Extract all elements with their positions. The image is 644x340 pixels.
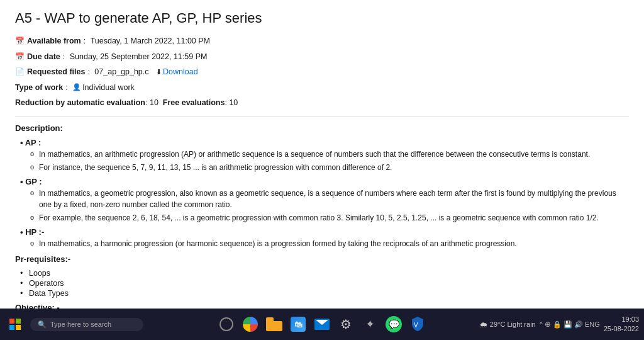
- due-icon: 📅: [15, 50, 25, 64]
- objective-section: Objective: -: [15, 303, 629, 309]
- due-label: Due date: [27, 50, 60, 64]
- lock-icon: 🔒: [553, 320, 562, 329]
- file-icon: 📄: [15, 65, 25, 79]
- objective-title: Objective: -: [15, 303, 629, 309]
- gp-label: • GP :: [20, 177, 629, 186]
- calendar-icon: 📅: [15, 35, 25, 48]
- mail-icon[interactable]: [312, 314, 332, 334]
- main-content: A5 - WAP to generate AP, GP, HP series 📅…: [0, 0, 644, 309]
- due-row: 📅 Due date: Sunday, 25 September 2022, 1…: [15, 50, 629, 64]
- start-button[interactable]: [5, 314, 25, 334]
- drive-icon: 💾: [564, 320, 572, 329]
- clock[interactable]: 19:03 25-08-2022: [604, 315, 639, 334]
- prereq-item-1: Loops: [20, 269, 629, 278]
- available-row: 📅 Available from: Tuesday, 1 March 2022,…: [15, 34, 629, 48]
- reduction-value: 10: [150, 98, 158, 107]
- due-value: Sunday, 25 September 2022, 11:59 PM: [70, 50, 208, 64]
- free-eval-value: 10: [229, 98, 238, 107]
- free-eval-label: Free evaluations: [163, 98, 225, 107]
- whatsapp-icon[interactable]: 💬: [384, 314, 404, 334]
- gp-item-1: In mathematics, a geometric progression,…: [30, 188, 629, 210]
- spark-icon[interactable]: ✦: [360, 314, 380, 334]
- gp-item-2: For example, the sequence 2, 6, 18, 54, …: [30, 212, 629, 224]
- requested-label: Requested files: [27, 65, 85, 79]
- search-input-text: Type here to search: [50, 320, 111, 328]
- prereq-section: Pr-requisites:- Loops Operators Data Typ…: [15, 254, 629, 298]
- type-row: Type of work: 👤 Individual work: [15, 81, 629, 95]
- taskview-button[interactable]: [216, 314, 236, 334]
- volume-icon: 🔊: [574, 320, 583, 329]
- caret-icon: ^: [540, 320, 543, 328]
- reduction-row: Reduction by automatic evaluation: 10 Fr…: [15, 96, 629, 110]
- svg-rect-1: [16, 319, 21, 324]
- reduction-label: Reduction by automatic evaluation: [15, 98, 145, 107]
- browser-icon[interactable]: [240, 314, 260, 334]
- svg-rect-3: [16, 325, 21, 330]
- hp-item-1: In mathematics, a harmonic progression (…: [30, 238, 629, 249]
- search-icon: 🔍: [38, 320, 47, 329]
- requested-row: 📄 Requested files: 07_ap_gp_hp.c ⬇ Downl…: [15, 65, 629, 79]
- ap-section: • AP : In mathematics, an arithmetic pro…: [20, 138, 629, 173]
- person-icon: 👤: [72, 81, 81, 94]
- requested-file: 07_ap_gp_hp.c: [94, 65, 148, 79]
- download-icon: ⬇: [156, 66, 162, 79]
- taskbar-center-icons: 🛍 ⚙ ✦ 💬 V: [216, 314, 428, 334]
- gp-list: In mathematics, a geometric progression,…: [30, 188, 629, 224]
- description-title: Description:: [15, 123, 629, 133]
- divider-1: [15, 116, 629, 117]
- search-bar[interactable]: 🔍 Type here to search: [30, 318, 143, 331]
- hp-list: In mathematics, a harmonic progression (…: [30, 238, 629, 249]
- page-title: A5 - WAP to generate AP, GP, HP series: [15, 10, 629, 26]
- weather-icon: 🌧: [479, 320, 487, 329]
- shield-svg: V: [411, 316, 425, 332]
- time-display: 19:03: [604, 315, 639, 324]
- taskbar: 🔍 Type here to search 🛍: [0, 309, 644, 340]
- prereq-item-2: Operators: [20, 279, 629, 288]
- prereq-title: Pr-requisites:-: [15, 254, 629, 264]
- description-section: Description: • AP : In mathematics, an a…: [15, 123, 629, 249]
- windows-icon: [9, 319, 21, 330]
- meta-section: 📅 Available from: Tuesday, 1 March 2022,…: [15, 34, 629, 110]
- svg-text:V: V: [414, 322, 418, 329]
- taskbar-left: 🔍 Type here to search: [5, 314, 143, 334]
- prereq-list: Loops Operators Data Types: [20, 269, 629, 298]
- hp-label: • HP :-: [20, 227, 629, 237]
- weather-widget[interactable]: 🌧 29°C Light rain: [479, 320, 536, 329]
- ap-label: • AP :: [20, 138, 629, 147]
- ap-item-1: In mathematics, an arithmetic progressio…: [30, 149, 629, 160]
- system-tray-icons[interactable]: ^ ⊕ 🔒 💾 🔊 ENG: [540, 320, 600, 329]
- file-explorer-icon[interactable]: [264, 314, 284, 334]
- ap-list: In mathematics, an arithmetic progressio…: [30, 149, 629, 173]
- gp-section: • GP : In mathematics, a geometric progr…: [20, 177, 629, 224]
- settings-icon[interactable]: ⚙: [336, 314, 356, 334]
- svg-rect-2: [9, 325, 14, 330]
- available-label: Available from: [27, 34, 81, 48]
- weather-text: 29°C Light rain: [490, 320, 536, 328]
- download-link[interactable]: Download: [163, 65, 198, 79]
- antivirus-icon[interactable]: V: [408, 314, 428, 334]
- svg-rect-0: [9, 319, 14, 324]
- store-icon[interactable]: 🛍: [288, 314, 308, 334]
- taskbar-right: 🌧 29°C Light rain ^ ⊕ 🔒 💾 🔊 ENG 19:03 25…: [479, 315, 639, 334]
- date-display: 25-08-2022: [604, 324, 639, 334]
- available-value: Tuesday, 1 March 2022, 11:00 PM: [91, 34, 210, 48]
- type-label: Type of work: [15, 81, 63, 95]
- prereq-item-3: Data Types: [20, 289, 629, 298]
- battery-icon: ⊕: [545, 320, 551, 329]
- ap-item-2: For instance, the sequence 5, 7, 9, 11, …: [30, 162, 629, 173]
- hp-section: • HP :- In mathematics, a harmonic progr…: [20, 227, 629, 249]
- lang-label: ENG: [585, 320, 600, 328]
- type-value: Individual work: [82, 81, 135, 95]
